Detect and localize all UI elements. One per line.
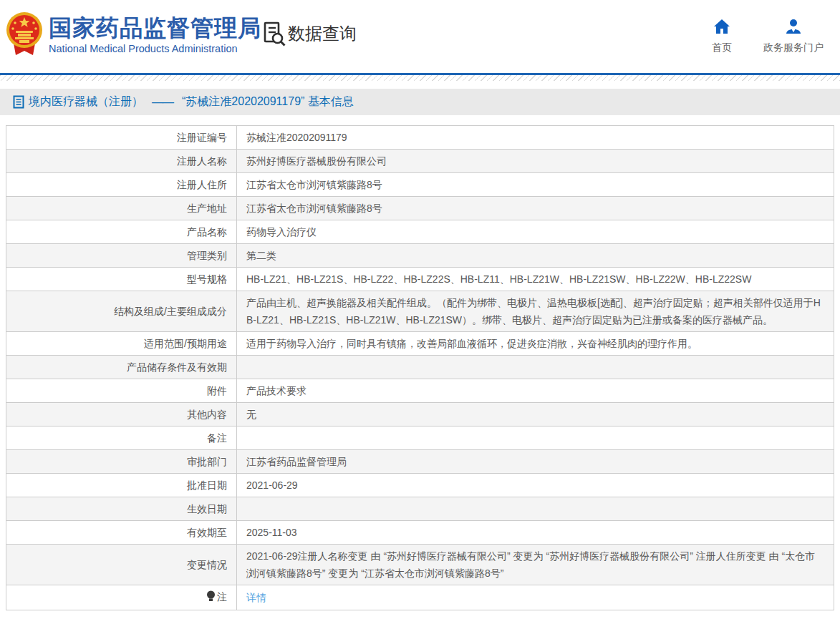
row-value: 适用于药物导入治疗，同时具有镇痛，改善局部血液循环，促进炎症消散，兴奋神经肌肉的…	[237, 332, 834, 356]
nav-home[interactable]: 首页	[701, 19, 743, 54]
document-search-icon	[262, 21, 286, 47]
national-emblem-logo[interactable]	[6, 11, 43, 61]
row-label: 产品名称	[6, 220, 237, 244]
site-title-en: National Medical Products Administration	[49, 43, 261, 54]
site-title-cn: 国家药品监督管理局	[49, 15, 261, 41]
row-value: 第二类	[237, 244, 834, 268]
bulb-icon	[206, 590, 216, 607]
row-label: 其他内容	[6, 403, 237, 427]
row-label: 产品储存条件及有效期	[6, 356, 237, 379]
row-value: 苏州好博医疗器械股份有限公司	[237, 150, 834, 173]
table-row: 型号规格 HB-LZ21、HB-LZ21S、HB-LZ22、HB-LZ22S、H…	[6, 268, 834, 291]
table-row: 产品储存条件及有效期	[6, 356, 834, 379]
row-label: 审批部门	[6, 450, 237, 474]
table-row: 附件 产品技术要求	[6, 379, 834, 403]
table-row: 管理类别 第二类	[6, 244, 834, 268]
spacer	[0, 115, 840, 125]
row-label: 备注	[6, 427, 237, 450]
row-value	[237, 356, 834, 379]
row-value: 产品技术要求	[237, 379, 834, 403]
table-row: 注册证编号 苏械注准20202091179	[6, 126, 834, 150]
page-title: “苏械注准20202091179” 基本信息	[182, 94, 354, 109]
hatched-band	[0, 75, 840, 81]
row-label: 注册证编号	[6, 126, 237, 150]
row-label: 附件	[6, 379, 237, 403]
table-row: 适用范围/预期用途 适用于药物导入治疗，同时具有镇痛，改善局部血液循环，促进炎症…	[6, 332, 834, 356]
person-icon	[785, 19, 802, 34]
table-row: 有效期至 2025-11-03	[6, 521, 834, 545]
site-header: 国家药品监督管理局 National Medical Products Admi…	[0, 0, 840, 73]
row-value: 江苏省药品监督管理局	[237, 450, 834, 474]
row-value: HB-LZ21、HB-LZ21S、HB-LZ22、HB-LZ22S、HB-LZ1…	[237, 268, 834, 291]
row-label: 批准日期	[6, 474, 237, 497]
row-value	[237, 497, 834, 521]
table-row: 产品名称 药物导入治疗仪	[6, 220, 834, 244]
table-row: 生效日期	[6, 497, 834, 521]
breadcrumb-category[interactable]: 境内医疗器械（注册）	[29, 94, 143, 109]
row-value: 江苏省太仓市浏河镇紫藤路8号	[237, 197, 834, 220]
table-row: 审批部门 江苏省药品监督管理局	[6, 450, 834, 474]
row-value: 2021-06-29	[237, 474, 834, 497]
table-row: 注册人名称 苏州好博医疗器械股份有限公司	[6, 150, 834, 173]
table-row: 变更情况 2021-06-29注册人名称变更 由 “苏州好博医疗器械有限公司” …	[6, 545, 834, 585]
page: 国家药品监督管理局 National Medical Products Admi…	[0, 0, 840, 619]
row-value: 江苏省太仓市浏河镇紫藤路8号	[237, 173, 834, 197]
row-label: 注册人住所	[6, 173, 237, 197]
site-brand[interactable]: 国家药品监督管理局 National Medical Products Admi…	[49, 15, 261, 54]
row-label: 生产地址	[6, 197, 237, 220]
nav-gov-portal-label: 政务服务门户	[756, 42, 831, 54]
table-row: 备注	[6, 427, 834, 450]
data-query-label: 数据查询	[288, 22, 357, 45]
row-value: 药物导入治疗仪	[237, 220, 834, 244]
nav-home-label: 首页	[701, 42, 743, 54]
row-value: 2025-11-03	[237, 521, 834, 545]
row-label: 注	[6, 585, 237, 610]
row-value: 详情	[237, 585, 834, 610]
row-label: 适用范围/预期用途	[6, 332, 237, 356]
row-label: 结构及组成/主要组成成分	[6, 291, 237, 332]
table-row: 批准日期 2021-06-29	[6, 474, 834, 497]
row-label: 型号规格	[6, 268, 237, 291]
note-label: 注	[217, 591, 227, 603]
breadcrumb: 境内医疗器械（注册） —— “苏械注准20202091179” 基本信息	[0, 89, 840, 115]
row-label: 生效日期	[6, 497, 237, 521]
table-row: 注册人住所 江苏省太仓市浏河镇紫藤路8号	[6, 173, 834, 197]
breadcrumb-separator: ——	[152, 96, 173, 109]
row-label: 注册人名称	[6, 150, 237, 173]
detail-link[interactable]: 详情	[246, 592, 266, 603]
home-icon	[713, 19, 730, 34]
nav-gov-portal[interactable]: 政务服务门户	[756, 19, 831, 54]
row-label: 变更情况	[6, 545, 237, 585]
row-value: 2021-06-29注册人名称变更 由 “苏州好博医疗器械有限公司” 变更为 “…	[237, 545, 834, 585]
row-value: 无	[237, 403, 834, 427]
table-row: 结构及组成/主要组成成分 产品由主机、超声换能器及相关配件组成。（配件为绑带、电…	[6, 291, 834, 332]
registration-info-table: 注册证编号 苏械注准20202091179 注册人名称 苏州好博医疗器械股份有限…	[6, 125, 834, 610]
table-row: 生产地址 江苏省太仓市浏河镇紫藤路8号	[6, 197, 834, 220]
row-label: 管理类别	[6, 244, 237, 268]
national-emblem-icon	[6, 11, 43, 61]
row-label: 有效期至	[6, 521, 237, 545]
document-list-icon	[13, 95, 25, 109]
row-value: 产品由主机、超声换能器及相关配件组成。（配件为绑带、电极片、温热电极板[选配]、…	[237, 291, 834, 332]
table-row: 其他内容 无	[6, 403, 834, 427]
row-value	[237, 427, 834, 450]
spacer	[0, 81, 840, 89]
row-value: 苏械注准20202091179	[237, 126, 834, 150]
table-row-note: 注 详情	[6, 585, 834, 610]
data-query-section[interactable]: 数据查询	[262, 21, 357, 47]
